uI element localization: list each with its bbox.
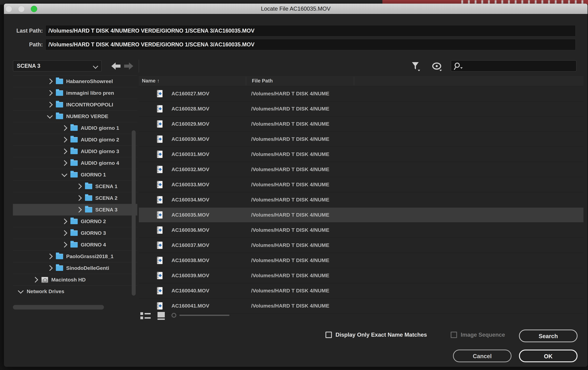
exact-match-checkbox[interactable] xyxy=(326,332,332,338)
tree-horizontal-scrollbar[interactable] xyxy=(13,305,104,310)
chevron-right-icon[interactable] xyxy=(32,277,38,282)
tree-item-audio-giorno-4[interactable]: AUDIO giorno 4 xyxy=(13,157,137,169)
image-sequence-checkbox[interactable] xyxy=(451,332,457,338)
file-row-ac160033-mov[interactable]: AC160033.MOV/Volumes/HARD T DISK 4/NUME xyxy=(139,177,583,192)
chevron-right-icon[interactable] xyxy=(62,230,67,236)
preview-eye-icon[interactable] xyxy=(431,62,444,72)
search-magnifier-icon xyxy=(453,62,464,71)
tree-item-habaneroshowreel[interactable]: HabaneroShowreel xyxy=(13,75,137,87)
column-name-label: Name xyxy=(142,78,156,83)
hard-drive-icon xyxy=(41,277,48,283)
list-view-icon[interactable] xyxy=(140,312,151,320)
tree-item-numero-verde[interactable]: NUMERO VERDE xyxy=(13,110,137,122)
filter-funnel-icon[interactable] xyxy=(411,61,421,72)
file-name: AC160028.MOV xyxy=(171,101,209,116)
chevron-right-icon[interactable] xyxy=(47,78,53,84)
chevron-right-icon[interactable] xyxy=(47,90,53,96)
file-row-ac160041-mov[interactable]: AC160041.MOV/Volumes/HARD T DISK 4/NUME xyxy=(139,299,583,314)
chevron-right-icon[interactable] xyxy=(76,207,82,212)
search-input[interactable] xyxy=(465,61,573,71)
tree-item-label: AUDIO giorno 3 xyxy=(81,148,119,154)
movie-file-icon xyxy=(157,257,163,264)
file-name: AC160029.MOV xyxy=(171,117,209,131)
tree-item-scena-3[interactable]: SCENA 3 xyxy=(13,204,137,215)
path-field[interactable]: /Volumes/HARD T DISK 4/NUMERO VERDE/GIOR… xyxy=(45,39,576,50)
tree-item-giorno-2[interactable]: GIORNO 2 xyxy=(13,215,137,227)
chevron-down-icon[interactable] xyxy=(18,288,23,294)
tree-item-incontropopoli[interactable]: INCONTROPOPOLI xyxy=(13,99,137,110)
column-header-name[interactable]: Name↑ xyxy=(142,76,159,86)
file-row-ac160040-mov[interactable]: AC160040.MOV/Volumes/HARD T DISK 4/NUME xyxy=(139,283,583,299)
tree-item-giorno-1[interactable]: GIORNO 1 xyxy=(13,169,137,180)
tree-item-label: SCENA 3 xyxy=(95,207,117,213)
column-divider-2[interactable] xyxy=(354,77,354,85)
chevron-right-icon[interactable] xyxy=(47,253,53,259)
thumbnail-size-slider-knob[interactable] xyxy=(171,313,176,318)
column-header-file-path[interactable]: File Path xyxy=(252,76,273,86)
tree-item-label: GIORNO 4 xyxy=(81,242,106,248)
tree-item-audio-giorno-3[interactable]: AUDIO giorno 3 xyxy=(13,145,137,157)
file-row-ac160039-mov[interactable]: AC160039.MOV/Volumes/HARD T DISK 4/NUME xyxy=(139,268,583,283)
chevron-right-icon[interactable] xyxy=(62,137,67,142)
file-row-ac160036-mov[interactable]: AC160036.MOV/Volumes/HARD T DISK 4/NUME xyxy=(139,223,583,238)
file-row-ac160028-mov[interactable]: AC160028.MOV/Volumes/HARD T DISK 4/NUME xyxy=(139,101,583,117)
file-row-ac160037-mov[interactable]: AC160037.MOV/Volumes/HARD T DISK 4/NUME xyxy=(139,238,583,253)
search-field[interactable] xyxy=(451,60,577,71)
search-button[interactable]: Search xyxy=(519,330,578,342)
chevron-right-icon[interactable] xyxy=(62,125,67,131)
tree-vertical-scrollbar[interactable] xyxy=(132,130,136,296)
chevron-right-icon[interactable] xyxy=(76,195,82,201)
tree-item-macintosh-hd[interactable]: Macintosh HD xyxy=(13,274,137,285)
forward-arrow-icon[interactable] xyxy=(124,62,134,70)
chevron-right-icon[interactable] xyxy=(76,183,82,189)
location-dropdown-value: SCENA 3 xyxy=(17,63,40,69)
chevron-down-icon[interactable] xyxy=(62,171,67,177)
chevron-right-icon[interactable] xyxy=(62,160,67,166)
tree-item-giorno-3[interactable]: GIORNO 3 xyxy=(13,227,137,239)
toolbar-divider xyxy=(139,60,139,72)
file-row-ac160027-mov[interactable]: AC160027.MOV/Volumes/HARD T DISK 4/NUME xyxy=(139,86,583,101)
file-list: Name↑ File Path AC160027.MOV/Volumes/HAR… xyxy=(139,75,583,314)
tree-item-immagini-libro-pren[interactable]: immagini libro pren xyxy=(13,87,137,99)
last-path-field[interactable]: /Volumes/HARD T DISK 4/NUMERO VERDE/GIOR… xyxy=(45,25,576,36)
tree-item-sinododellegenti[interactable]: SinodoDelleGenti xyxy=(13,262,137,274)
chevron-right-icon[interactable] xyxy=(62,242,67,248)
file-row-ac160034-mov[interactable]: AC160034.MOV/Volumes/HARD T DISK 4/NUME xyxy=(139,192,583,208)
chevron-right-icon[interactable] xyxy=(47,102,53,108)
column-divider[interactable] xyxy=(246,77,246,85)
tree-item-paolograssi2018-1[interactable]: PaoloGrassi2018_1 xyxy=(13,250,137,262)
chevron-right-icon[interactable] xyxy=(47,265,53,271)
exact-match-label: Display Only Exact Name Matches xyxy=(336,331,427,338)
file-path: /Volumes/HARD T DISK 4/NUME xyxy=(251,162,354,177)
thumbnail-view-icon[interactable] xyxy=(158,312,165,320)
chevron-right-icon[interactable] xyxy=(62,148,67,154)
chevron-down-icon[interactable] xyxy=(47,113,53,119)
file-row-ac160038-mov[interactable]: AC160038.MOV/Volumes/HARD T DISK 4/NUME xyxy=(139,253,583,268)
tree-item-scena-2[interactable]: SCENA 2 xyxy=(13,192,137,204)
file-row-ac160030-mov[interactable]: AC160030.MOV/Volumes/HARD T DISK 4/NUME xyxy=(139,132,583,147)
file-name: AC160039.MOV xyxy=(171,268,209,283)
tree-item-audio-giorno-2[interactable]: AUDIO giorno 2 xyxy=(13,134,137,145)
window-title: Locate File AC160035.MOV xyxy=(4,4,588,14)
tree-item-audio-giorno-1[interactable]: AUDIO giorno 1 xyxy=(13,122,137,134)
location-dropdown[interactable]: SCENA 3 xyxy=(13,60,102,71)
tree-item-network-drives[interactable]: Network Drives xyxy=(13,285,137,297)
file-path: /Volumes/HARD T DISK 4/NUME xyxy=(251,299,354,313)
file-row-ac160031-mov[interactable]: AC160031.MOV/Volumes/HARD T DISK 4/NUME xyxy=(139,147,583,162)
cancel-button[interactable]: Cancel xyxy=(453,350,512,362)
folder-icon xyxy=(85,207,92,212)
tree-item-scena-1[interactable]: SCENA 1 xyxy=(13,180,137,192)
file-row-ac160035-mov[interactable]: AC160035.MOV/Volumes/HARD T DISK 4/NUME xyxy=(139,208,583,223)
tree-item-giorno-4[interactable]: GIORNO 4 xyxy=(13,239,137,250)
movie-file-icon xyxy=(157,272,163,279)
back-arrow-icon[interactable] xyxy=(111,62,121,70)
file-row-ac160032-mov[interactable]: AC160032.MOV/Volumes/HARD T DISK 4/NUME xyxy=(139,162,583,177)
movie-file-icon xyxy=(157,105,163,112)
chevron-right-icon[interactable] xyxy=(62,219,67,224)
file-row-ac160029-mov[interactable]: AC160029.MOV/Volumes/HARD T DISK 4/NUME xyxy=(139,117,583,132)
thumbnail-size-slider-track[interactable] xyxy=(179,315,230,316)
folder-icon xyxy=(70,160,78,166)
ok-button[interactable]: OK xyxy=(519,350,578,362)
tree-item-label: SCENA 2 xyxy=(95,195,117,201)
folder-icon xyxy=(56,102,63,108)
